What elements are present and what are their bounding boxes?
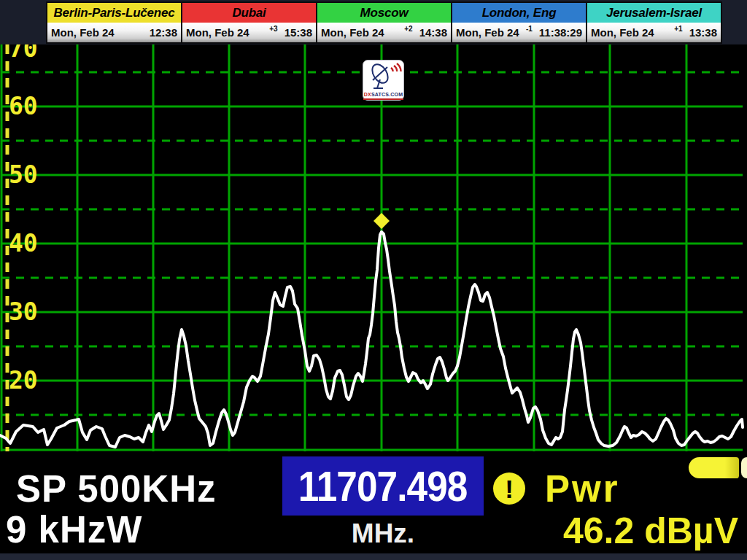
satellite-dish-icon bbox=[363, 61, 403, 92]
city-label: Moscow bbox=[317, 3, 451, 23]
clock-utc-offset: +1 bbox=[674, 25, 689, 33]
clock-time: 15:38 bbox=[285, 26, 312, 39]
city-label: Dubai bbox=[182, 3, 316, 23]
clock-panel-jerusalem: Jerusalem-Israel Mon, Feb 24 +1 13:38 bbox=[587, 3, 721, 42]
clock-panel-moscow: Moscow Mon, Feb 24 +2 14:38 bbox=[317, 3, 451, 42]
power-value: 46.2 dBµV bbox=[481, 510, 738, 552]
clock-time-row: Mon, Feb 24 12:38 bbox=[47, 23, 181, 42]
y-axis-label: 20 bbox=[9, 366, 38, 394]
clock-date: Mon, Feb 24 bbox=[186, 26, 249, 39]
clock-utc-offset: -1 bbox=[526, 25, 539, 33]
frequency-unit-label: MHz. bbox=[282, 518, 484, 549]
city-label: Berlin-Paris-Lučenec bbox=[47, 3, 181, 23]
clock-date: Mon, Feb 24 bbox=[456, 26, 519, 39]
logo-text: DXSATCS.COM bbox=[363, 92, 403, 100]
power-label: Pwr bbox=[545, 467, 620, 510]
clock-time-row: Mon, Feb 24 +3 15:38 bbox=[182, 23, 316, 42]
clock-time: 12:38 bbox=[150, 26, 177, 39]
y-axis-label: 40 bbox=[9, 229, 38, 257]
clock-time: 11:38:29 bbox=[539, 26, 582, 39]
city-label: Jerusalem-Israel bbox=[587, 3, 721, 23]
clock-date: Mon, Feb 24 bbox=[51, 26, 115, 39]
toggle-switch[interactable] bbox=[689, 457, 739, 478]
frequency-value: 11707.498 bbox=[298, 462, 468, 510]
span-label: SP 500KHz bbox=[16, 467, 217, 510]
peak-marker-icon bbox=[374, 213, 390, 229]
warning-icon: ! bbox=[493, 472, 525, 505]
dxsatcs-logo: DXSATCS.COM bbox=[363, 60, 404, 101]
y-axis-label: 50 bbox=[9, 160, 38, 189]
clock-panel-berlin: Berlin-Paris-Lučenec Mon, Feb 24 12:38 bbox=[47, 3, 181, 42]
clock-time-row: Mon, Feb 24 -1 11:38:29 bbox=[452, 23, 586, 42]
clock-date: Mon, Feb 24 bbox=[591, 26, 654, 39]
city-label: London, Eng bbox=[452, 3, 586, 23]
spectrum-chart: 706050403020 bbox=[0, 44, 747, 454]
world-clock-table: Berlin-Paris-Lučenec Mon, Feb 24 12:38 D… bbox=[46, 1, 722, 44]
spectrum-chart-area: 706050403020 bbox=[0, 44, 747, 454]
clock-panel-dubai: Dubai Mon, Feb 24 +3 15:38 bbox=[182, 3, 316, 42]
bottom-edge-strip bbox=[0, 553, 747, 560]
clock-utc-offset: +2 bbox=[404, 25, 419, 33]
clock-time-row: Mon, Feb 24 +1 13:38 bbox=[587, 23, 721, 42]
frequency-display[interactable]: 11707.498 bbox=[282, 456, 484, 516]
world-clock-bar: Berlin-Paris-Lučenec Mon, Feb 24 12:38 D… bbox=[0, 0, 747, 44]
clock-date: Mon, Feb 24 bbox=[321, 26, 384, 39]
y-axis-label: 60 bbox=[9, 92, 38, 120]
toggle-knob[interactable] bbox=[741, 457, 747, 478]
clock-time: 14:38 bbox=[419, 26, 447, 39]
clock-panel-london: London, Eng Mon, Feb 24 -1 11:38:29 bbox=[452, 3, 586, 42]
clock-utc-offset: +3 bbox=[269, 25, 284, 33]
y-axis-label: 30 bbox=[9, 298, 38, 326]
rbw-label: 9 kHzW bbox=[6, 508, 142, 551]
clock-time-row: Mon, Feb 24 +2 14:38 bbox=[317, 23, 451, 42]
y-axis-label: 70 bbox=[9, 44, 38, 63]
clock-time: 13:38 bbox=[689, 26, 717, 39]
